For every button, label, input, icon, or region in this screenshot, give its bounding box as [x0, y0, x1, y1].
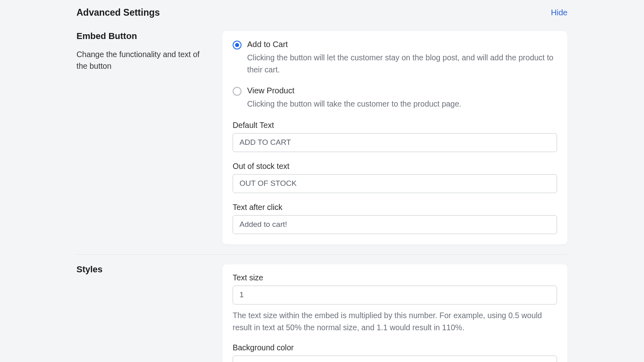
- embed-button-card: Add to Cart Clicking the button will let…: [222, 31, 568, 245]
- text-size-help: The text size within the embed is multip…: [233, 309, 557, 333]
- background-color-label: Background color: [233, 343, 557, 352]
- radio-desc: Clicking the button will take the custom…: [247, 98, 557, 110]
- text-after-click-input[interactable]: [233, 215, 557, 234]
- out-of-stock-input[interactable]: [233, 174, 557, 193]
- hide-link[interactable]: Hide: [551, 8, 568, 17]
- background-color-input[interactable]: [233, 356, 557, 362]
- radio-add-to-cart[interactable]: Add to Cart Clicking the button will let…: [233, 40, 557, 76]
- text-size-input[interactable]: [233, 286, 557, 304]
- radio-unselected-icon: [233, 87, 242, 96]
- styles-section: Styles Text size The text size within th…: [76, 264, 568, 362]
- radio-view-product[interactable]: View Product Clicking the button will ta…: [233, 86, 557, 110]
- radio-desc: Clicking the button will let the custome…: [247, 51, 557, 76]
- radio-label: Add to Cart: [247, 40, 557, 49]
- section-title-embed-button: Embed Button: [76, 31, 213, 41]
- out-of-stock-label: Out of stock text: [233, 162, 557, 171]
- section-desc-embed-button: Change the functionality and text of the…: [76, 49, 213, 72]
- page-title: Advanced Settings: [76, 7, 160, 18]
- radio-selected-icon: [233, 41, 242, 49]
- default-text-input[interactable]: [233, 133, 557, 152]
- text-size-label: Text size: [233, 273, 557, 282]
- radio-label: View Product: [247, 86, 557, 95]
- page-header: Advanced Settings Hide: [76, 7, 568, 18]
- styles-card: Text size The text size within the embed…: [222, 264, 568, 362]
- default-text-label: Default Text: [233, 121, 557, 130]
- section-title-styles: Styles: [76, 264, 213, 275]
- text-after-click-label: Text after click: [233, 203, 557, 212]
- section-divider: [76, 254, 568, 255]
- embed-button-section: Embed Button Change the functionality an…: [76, 31, 568, 245]
